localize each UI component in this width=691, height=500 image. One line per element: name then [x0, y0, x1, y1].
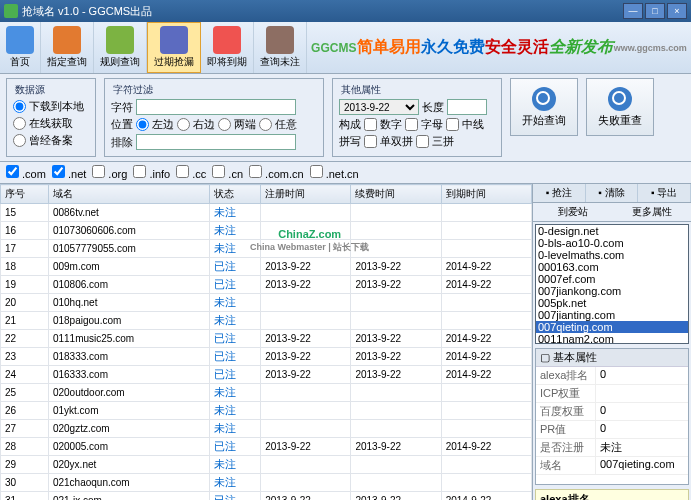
- table-row[interactable]: 24016333.com已注2013-9-222013-9-222014-9-2…: [1, 366, 532, 384]
- table-row[interactable]: 1701057779055.com未注: [1, 240, 532, 258]
- toolbar-首页[interactable]: 首页: [0, 22, 41, 73]
- side-tab[interactable]: ▪ 清除: [586, 184, 639, 202]
- chk-letter[interactable]: [405, 118, 418, 131]
- prop-row: 域名007qieting.com: [536, 457, 688, 475]
- prop-row: 是否注册未注: [536, 439, 688, 457]
- table-row[interactable]: 21018paigou.com未注: [1, 312, 532, 330]
- result-table: 序号域名状态注册时间续费时间到期时间 150086tv.net未注1601073…: [0, 184, 532, 500]
- col-header[interactable]: 序号: [1, 185, 49, 204]
- table-row[interactable]: 1601073060606.com未注: [1, 222, 532, 240]
- side-subtab[interactable]: 更多属性: [612, 203, 691, 221]
- table-row[interactable]: 27020gztz.com未注: [1, 420, 532, 438]
- char-input[interactable]: [136, 99, 296, 115]
- tld-.net.cn[interactable]: .net.cn: [310, 165, 359, 180]
- list-item[interactable]: 000163.com: [536, 261, 688, 273]
- side-panel: ▪ 抢注▪ 清除▪ 导出 到爱站更多属性 0-design.net0-bls-a…: [533, 184, 691, 500]
- group-title: 字符过滤: [111, 83, 155, 97]
- toolbar-查询未注[interactable]: 查询未注: [254, 22, 307, 73]
- tld-.cc[interactable]: .cc: [176, 165, 206, 180]
- length-input[interactable]: [447, 99, 487, 115]
- toolbar: 首页指定查询规则查询过期抢漏即将到期查询未注 GGCMS 简单易用 永久免费 安…: [0, 22, 691, 74]
- tld-.info[interactable]: .info: [133, 165, 170, 180]
- radio-local[interactable]: [13, 100, 26, 113]
- table-row[interactable]: 19010806.com已注2013-9-222013-9-222014-9-2…: [1, 276, 532, 294]
- list-item[interactable]: 0011nam2.com: [536, 333, 688, 344]
- chk-pin3[interactable]: [416, 135, 429, 148]
- pos-left[interactable]: [136, 118, 149, 131]
- banner-text-1: 简单易用: [357, 37, 421, 58]
- pos-any[interactable]: [259, 118, 272, 131]
- list-item[interactable]: 0-bls-ao10-0.com: [536, 237, 688, 249]
- radio-beian[interactable]: [13, 134, 26, 147]
- side-subtabs: 到爱站更多属性: [533, 203, 691, 222]
- table-row[interactable]: 30021chaoqun.com未注: [1, 474, 532, 492]
- pos-right[interactable]: [177, 118, 190, 131]
- banner: GGCMS 简单易用 永久免费 安全灵活 全新发布 www.ggcms.com: [307, 22, 691, 73]
- list-item[interactable]: 0-design.net: [536, 225, 688, 237]
- table-row[interactable]: 220111music25.com已注2013-9-222013-9-22201…: [1, 330, 532, 348]
- table-row[interactable]: 25020outdoor.com未注: [1, 384, 532, 402]
- side-subtab[interactable]: 到爱站: [533, 203, 612, 221]
- property-grid: ▢ 基本属性 alexa排名0ICP权重百度权重0PR值0是否注册未注域名007…: [535, 348, 689, 485]
- toolbar-icon: [6, 26, 34, 54]
- side-tab[interactable]: ▪ 导出: [638, 184, 691, 202]
- toolbar-过期抢漏[interactable]: 过期抢漏: [147, 22, 201, 73]
- col-header[interactable]: 续费时间: [351, 185, 441, 204]
- toolbar-icon: [160, 26, 188, 54]
- radio-online[interactable]: [13, 117, 26, 130]
- toolbar-icon: [106, 26, 134, 54]
- pos-both[interactable]: [218, 118, 231, 131]
- table-row[interactable]: 18009m.com已注2013-9-222013-9-222014-9-22: [1, 258, 532, 276]
- table-row[interactable]: 29020yx.net未注: [1, 456, 532, 474]
- table-row[interactable]: 20010hq.net未注: [1, 294, 532, 312]
- tld-.org[interactable]: .org: [92, 165, 127, 180]
- list-item[interactable]: 007jiankong.com: [536, 285, 688, 297]
- date-select[interactable]: 2013-9-22: [339, 99, 419, 115]
- retry-button[interactable]: 失败重查: [586, 78, 654, 136]
- chk-digit[interactable]: [364, 118, 377, 131]
- toolbar-即将到期[interactable]: 即将到期: [201, 22, 254, 73]
- col-header[interactable]: 状态: [209, 185, 260, 204]
- exclude-input[interactable]: [136, 134, 296, 150]
- group-title: 数据源: [13, 83, 47, 97]
- chk-dash[interactable]: [446, 118, 459, 131]
- maximize-button[interactable]: □: [645, 3, 665, 19]
- table-row[interactable]: 2601ykt.com未注: [1, 402, 532, 420]
- titlebar: 抢域名 v1.0 - GGCMS出品 — □ ×: [0, 0, 691, 22]
- side-tab[interactable]: ▪ 抢注: [533, 184, 586, 202]
- list-item[interactable]: 007qieting.com: [536, 321, 688, 333]
- list-item[interactable]: 007jianting.com: [536, 309, 688, 321]
- table-row[interactable]: 150086tv.net未注: [1, 204, 532, 222]
- toolbar-icon: [266, 26, 294, 54]
- list-item[interactable]: 0007ef.com: [536, 273, 688, 285]
- banner-text-4: 全新发布: [549, 37, 613, 58]
- banner-text-3: 安全灵活: [485, 37, 549, 58]
- table-row[interactable]: 31021-jx.com已注2013-9-222013-9-222014-9-2…: [1, 492, 532, 501]
- tld-.com.cn[interactable]: .com.cn: [249, 165, 304, 180]
- toolbar-规则查询[interactable]: 规则查询: [94, 22, 147, 73]
- tld-.com[interactable]: .com: [6, 165, 46, 180]
- app-icon: [4, 4, 18, 18]
- result-table-pane[interactable]: 序号域名状态注册时间续费时间到期时间 150086tv.net未注1601073…: [0, 184, 533, 500]
- col-header[interactable]: 域名: [48, 185, 209, 204]
- property-help: alexa排名 alexa排名。: [535, 489, 689, 500]
- tld-.net[interactable]: .net: [52, 165, 86, 180]
- chk-pin1[interactable]: [364, 135, 377, 148]
- table-row[interactable]: 23018333.com已注2013-9-222013-9-222014-9-2…: [1, 348, 532, 366]
- toolbar-指定查询[interactable]: 指定查询: [41, 22, 94, 73]
- tld-.cn[interactable]: .cn: [212, 165, 243, 180]
- list-item[interactable]: 0-levelmaths.com: [536, 249, 688, 261]
- domain-list[interactable]: 0-design.net0-bls-ao10-0.com0-levelmaths…: [535, 224, 689, 344]
- minimize-button[interactable]: —: [623, 3, 643, 19]
- charfilter-group: 字符过滤 字符 位置 左边 右边 两端 任意 排除: [104, 78, 324, 157]
- group-title: 其他属性: [339, 83, 383, 97]
- prop-row: ICP权重: [536, 385, 688, 403]
- table-row[interactable]: 28020005.com已注2013-9-222013-9-222014-9-2…: [1, 438, 532, 456]
- banner-url: www.ggcms.com: [614, 43, 687, 53]
- list-item[interactable]: 005pk.net: [536, 297, 688, 309]
- start-query-button[interactable]: 开始查询: [510, 78, 578, 136]
- col-header[interactable]: 到期时间: [441, 185, 531, 204]
- banner-text-2: 永久免费: [421, 37, 485, 58]
- close-button[interactable]: ×: [667, 3, 687, 19]
- col-header[interactable]: 注册时间: [261, 185, 351, 204]
